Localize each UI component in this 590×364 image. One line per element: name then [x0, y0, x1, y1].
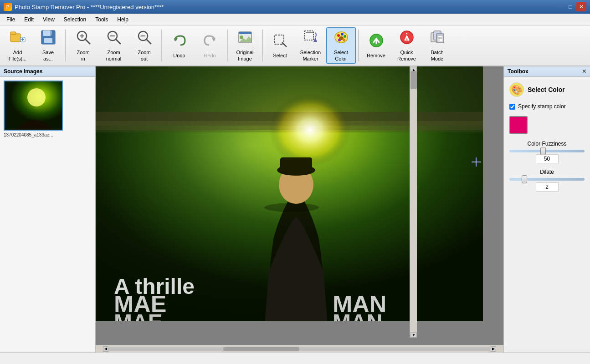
- svg-point-31: [344, 35, 346, 38]
- menu-edit[interactable]: Edit: [20, 15, 38, 24]
- toolbox-close-icon[interactable]: ✕: [582, 68, 586, 75]
- select-color-button[interactable]: SelectColor: [326, 27, 356, 64]
- svg-line-18: [146, 39, 151, 44]
- select-label: Select: [273, 53, 287, 59]
- specify-stamp-color-label[interactable]: Specify stamp color: [518, 103, 566, 110]
- svg-point-47: [27, 88, 46, 106]
- menu-file[interactable]: File: [2, 15, 20, 24]
- specify-stamp-color-row: Specify stamp color: [509, 103, 585, 110]
- quick-remove-label: QuickRemove: [397, 50, 416, 61]
- fuzziness-value[interactable]: 50: [536, 154, 559, 163]
- zoom-normal-button[interactable]: Zoomnormal: [99, 27, 128, 64]
- svg-text:MAE: MAE: [114, 310, 163, 321]
- dilate-value[interactable]: 2: [536, 182, 559, 192]
- redo-icon: [202, 32, 218, 51]
- toolbox-panel: Toolbox ✕ 🎨 Select Color Specify stamp c…: [503, 66, 590, 352]
- h-scroll-thumb[interactable]: [223, 347, 300, 351]
- dilate-label: Dilate: [509, 169, 585, 175]
- selection-marker-label: SelectionMarker: [300, 50, 321, 61]
- menubar: File Edit View Selection Tools Help: [0, 14, 590, 25]
- window-controls: ─ □ ✕: [554, 2, 586, 11]
- toolbox-title: Toolbox: [508, 68, 528, 75]
- zoom-in-button[interactable]: Zoomin: [68, 27, 98, 64]
- original-image-icon: [237, 29, 253, 48]
- select-button[interactable]: Select: [265, 27, 295, 64]
- save-icon: [40, 29, 56, 48]
- separator-5: [358, 30, 359, 61]
- minimize-button[interactable]: ─: [554, 2, 564, 11]
- zoom-normal-icon: [106, 29, 122, 48]
- thumbnail-canvas: [5, 81, 62, 130]
- svg-rect-58: [280, 157, 312, 171]
- selection-marker-button[interactable]: SelectionMarker: [296, 27, 325, 64]
- menu-selection[interactable]: Selection: [59, 15, 91, 24]
- window-title: Photo Stamp Remover Pro - ****Unregister…: [15, 4, 554, 10]
- save-as-button[interactable]: Saveas...: [33, 27, 63, 64]
- svg-rect-6: [43, 30, 51, 36]
- original-image-label: OriginalImage: [236, 50, 254, 61]
- remove-button[interactable]: Remove: [361, 27, 391, 64]
- vertical-scrollbar[interactable]: ▲ ▼: [410, 66, 417, 338]
- toolbox-section-title: Select Color: [528, 86, 565, 93]
- menu-help[interactable]: Help: [113, 15, 133, 24]
- canvas-area[interactable]: A thrille MAE MAN MAE MAN ▲ ▼: [96, 66, 503, 345]
- h-scroll-track: [108, 347, 491, 351]
- svg-point-54: [269, 94, 351, 167]
- svg-text:−: −: [140, 33, 143, 39]
- svg-point-30: [341, 33, 344, 35]
- dilate-thumb[interactable]: [522, 175, 527, 183]
- undo-icon: [171, 32, 188, 51]
- undo-label: Undo: [173, 53, 185, 59]
- batch-icon: [429, 29, 446, 48]
- svg-point-24: [240, 35, 243, 39]
- redo-button: Redo: [195, 27, 225, 64]
- remove-icon: [368, 32, 385, 51]
- maximize-button[interactable]: □: [565, 2, 575, 11]
- menu-view[interactable]: View: [38, 15, 59, 24]
- source-panel-content: 13702204085_a133ae...: [0, 77, 95, 352]
- app-icon: P: [4, 3, 12, 11]
- zoom-out-icon: −: [136, 29, 153, 48]
- select-icon: [272, 32, 288, 51]
- close-button[interactable]: ✕: [576, 2, 586, 11]
- add-files-button[interactable]: AddFile(s)...: [3, 27, 32, 64]
- specify-stamp-color-checkbox[interactable]: [509, 104, 515, 110]
- source-panel: Source Images: [0, 66, 96, 352]
- statusbar: [0, 352, 590, 364]
- menu-tools[interactable]: Tools: [91, 15, 113, 24]
- add-folder-icon: [10, 29, 26, 48]
- undo-button[interactable]: Undo: [164, 27, 194, 64]
- svg-rect-0: [10, 34, 21, 42]
- toolbox-content: 🎨 Select Color Specify stamp color Color…: [504, 77, 590, 352]
- svg-rect-8: [50, 31, 52, 35]
- quick-remove-button[interactable]: QuickRemove: [392, 27, 421, 64]
- quick-remove-icon: [399, 29, 415, 48]
- select-color-label: SelectColor: [334, 50, 348, 61]
- dilate-track[interactable]: [509, 178, 585, 181]
- fuzziness-label: Color Fuzziness: [509, 141, 585, 147]
- zoom-in-icon: [75, 29, 92, 48]
- toolbox-header: Toolbox ✕: [504, 66, 590, 77]
- source-panel-title: Source Images: [4, 68, 42, 75]
- toolbox-palette-icon: 🎨: [509, 82, 524, 97]
- zoom-out-button[interactable]: − Zoomout: [129, 27, 159, 64]
- v-scroll-thumb[interactable]: [410, 71, 417, 89]
- status-text: [4, 356, 5, 361]
- separator-3: [227, 30, 228, 61]
- remove-label: Remove: [367, 53, 385, 59]
- separator-2: [161, 30, 162, 61]
- fuzziness-track[interactable]: [509, 150, 585, 152]
- original-image-button[interactable]: OriginalImage: [230, 27, 260, 64]
- source-thumbnail[interactable]: [4, 81, 63, 131]
- svg-point-34: [339, 36, 344, 40]
- svg-line-15: [116, 39, 120, 44]
- separator-1: [65, 30, 66, 61]
- add-files-label: AddFile(s)...: [9, 50, 27, 61]
- toolbar: AddFile(s)... Saveas... Zoomin: [0, 25, 590, 66]
- horizontal-scrollbar[interactable]: ◀ ▶: [96, 345, 503, 352]
- color-swatch[interactable]: [509, 116, 528, 134]
- batch-mode-button[interactable]: BatchMode: [422, 27, 452, 64]
- main-image: A thrille MAE MAN MAE MAN: [96, 66, 483, 321]
- zoom-normal-label: Zoomnormal: [106, 50, 122, 61]
- fuzziness-thumb[interactable]: [540, 147, 546, 155]
